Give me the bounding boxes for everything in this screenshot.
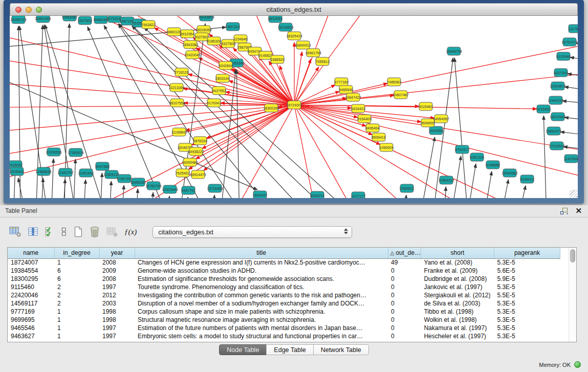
graph-node-label: 18325419 — [286, 34, 302, 38]
table-row[interactable]: 977716911998Corpus callosum shape and si… — [8, 308, 560, 316]
table-cell: 6 — [54, 267, 99, 275]
graph-edge-red — [294, 95, 394, 105]
table-source-select[interactable]: citations_edges.txt — [153, 226, 352, 238]
graph-edge-black — [151, 192, 153, 198]
graph-node-label: 15692971 — [546, 129, 561, 133]
table-row[interactable]: 969969511998Structural magnetic resonanc… — [8, 316, 560, 324]
window-title: citations_edges.txt — [10, 6, 577, 13]
column-header[interactable]: △out_de… — [388, 248, 421, 258]
table-options-icon[interactable] — [9, 227, 21, 237]
graph-node-label: 9198686 — [486, 163, 499, 167]
network-canvas[interactable]: 2405572420691406106532871527602846616010… — [10, 16, 578, 198]
graph-node-label: 1059009 — [379, 146, 393, 149]
graph-node-label: 11196842 — [171, 130, 187, 134]
table-cell: 1 — [54, 316, 99, 324]
tab-network-table[interactable]: Network Table — [313, 344, 369, 355]
column-header[interactable]: name — [8, 248, 54, 258]
column-header[interactable]: short — [421, 248, 494, 258]
close-panel-icon[interactable]: ✕ — [575, 207, 582, 215]
status-bar: Memory: OK — [0, 358, 588, 372]
table-cell: 2008 — [99, 275, 135, 283]
graph-edge-black — [420, 137, 435, 198]
table-cell: Corpus callosum shape and size in male p… — [135, 308, 388, 316]
column-header[interactable]: in_degree — [54, 248, 99, 258]
graph-node-label: 7955812 — [315, 60, 329, 63]
table-row[interactable]: 1938455462009Genome-wide association stu… — [8, 267, 560, 275]
graph-node-label: 1154646 — [234, 37, 248, 41]
graph-node-label: 16782759 — [145, 184, 161, 188]
table-row[interactable]: 2242004622012Investigating the contribut… — [8, 291, 560, 299]
graph-edge-black — [564, 117, 578, 122]
graph-edge-red — [294, 105, 317, 198]
graph-node-label: 16994562 — [502, 171, 517, 175]
column-header[interactable]: title — [135, 248, 388, 258]
graph-node-label: 10647427 — [345, 96, 361, 99]
table-cell: 2008 — [99, 258, 135, 267]
graph-edge-black — [444, 187, 446, 198]
table-row[interactable]: 1872400712008Changes of HCN gene express… — [8, 258, 560, 267]
graph-node-label: 16914479 — [190, 173, 206, 177]
graph-node-label: 5878334 — [193, 139, 207, 143]
table-row[interactable]: 946554611997Estimation of the future num… — [8, 324, 560, 332]
float-window-icon[interactable] — [560, 208, 568, 214]
graph-node-label: 9457791 — [181, 189, 195, 192]
tab-node-table[interactable]: Node Table — [219, 344, 267, 355]
table-cell: 22420046 — [8, 291, 54, 299]
graph-node-label: 9327508 — [221, 42, 235, 46]
table-row[interactable]: 946362711997Embryonic stem cells: a mode… — [8, 332, 560, 340]
table-cell: Stergiakouli et al. (2012) — [421, 291, 494, 299]
table-cell: 5.3E-5 — [494, 316, 560, 324]
function-builder-icon[interactable]: ƒ(x) — [124, 227, 137, 236]
table-row[interactable]: 1830029562008Estimation of significance … — [8, 275, 560, 283]
select-columns-icon[interactable] — [45, 227, 54, 237]
graph-edge-black — [564, 87, 578, 92]
graph-node-label: 18226058 — [195, 28, 211, 32]
graph-edge-black — [404, 195, 406, 198]
table-row[interactable]: 1456911722003Disruption of a novel membe… — [8, 299, 560, 308]
graph-node-label: 20206536 — [46, 150, 61, 154]
table-cell: 19384554 — [8, 267, 54, 275]
table-cell: Genome-wide association studies in ADHD. — [135, 267, 388, 275]
memory-indicator[interactable] — [574, 361, 581, 368]
column-header[interactable]: year — [99, 248, 135, 258]
graph-node-label: 17359924 — [68, 151, 83, 155]
table-cell: 5.3E-5 — [494, 299, 560, 308]
table-cell: Embryonic stem cells: a model to study s… — [135, 332, 388, 340]
graph-node-label: 17016504 — [549, 144, 564, 148]
table-scrollbar[interactable] — [569, 248, 576, 342]
graph-node-label: 20691406 — [35, 17, 51, 20]
graph-node-label: 1892447 — [253, 193, 267, 197]
graph-node-label: 1640956 — [429, 129, 443, 133]
table-cell: Dudbridge et al. (2008) — [421, 275, 494, 283]
table-scrollbar-thumb[interactable] — [570, 249, 575, 262]
table-cell: 1997 — [99, 332, 135, 340]
network-window-titlebar[interactable]: citations_edges.txt — [10, 3, 578, 16]
graph-edge-black — [484, 171, 492, 198]
network-canvas-svg[interactable]: 2405572420691406106532871527602846616010… — [10, 16, 578, 198]
table-cell: Tibbo et al. (1998) — [421, 308, 494, 316]
table-cell: 0 — [388, 332, 421, 340]
graph-node-label: 10954222 — [438, 179, 454, 182]
table-source-value: citations_edges.txt — [158, 228, 213, 236]
table-cell: 1997 — [99, 283, 135, 291]
row-height-icon[interactable] — [61, 227, 67, 237]
delete-icon[interactable] — [90, 226, 100, 237]
table-cell: 5.3E-5 — [494, 332, 560, 340]
show-columns-icon[interactable] — [28, 227, 38, 237]
table-cell: 0 — [388, 267, 421, 275]
resize-grip[interactable] — [570, 190, 577, 198]
graph-node-label: 14938222 — [188, 150, 204, 154]
graph-node-label: 16640910 — [295, 43, 311, 47]
graph-edge-red — [294, 52, 302, 105]
table-cell: 5.3E-5 — [494, 258, 560, 267]
graph-node-label: 9860128 — [167, 30, 181, 34]
column-header[interactable]: pagerank — [494, 248, 560, 258]
tab-edge-table[interactable]: Edge Table — [266, 344, 313, 355]
graph-node-label: 8599419 — [372, 136, 385, 139]
table-cell: 0 — [388, 324, 421, 332]
table-cell: Yano et al. (2008) — [421, 258, 494, 267]
new-file-icon[interactable] — [74, 226, 83, 237]
table-cell: Jankovic et al. (1997) — [421, 283, 494, 291]
select-arrows-icon — [344, 228, 348, 234]
table-row[interactable]: 911546021997Tourette syndrome. Phenomeno… — [8, 283, 560, 291]
